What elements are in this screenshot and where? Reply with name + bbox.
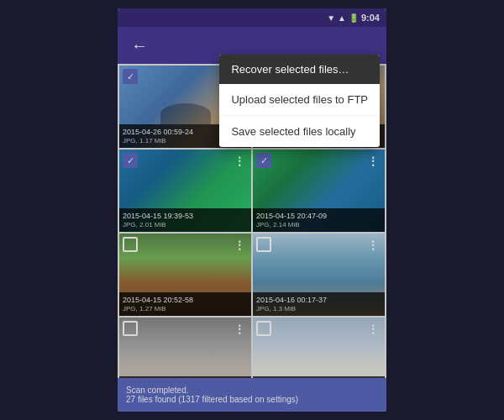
phone-container: ▼ ▲ 🔋 9:04 ← 2015-04-26 00:59-24 JPG, 1.…: [118, 8, 386, 412]
dropdown-header: Recover selected files…: [219, 55, 380, 84]
dropdown-menu: Recover selected files… Upload selected …: [219, 55, 380, 147]
dropdown-item-ftp[interactable]: Upload selected files to FTP: [219, 84, 380, 116]
dropdown-item-save-local[interactable]: Save selected files locally: [219, 116, 380, 147]
